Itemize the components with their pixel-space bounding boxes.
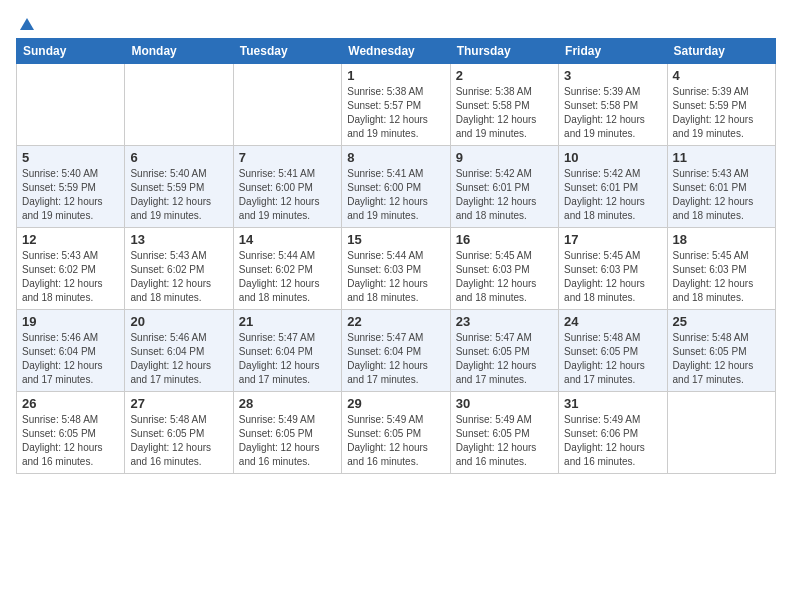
day-info: Sunrise: 5:43 AM Sunset: 6:01 PM Dayligh… xyxy=(673,167,770,223)
day-info: Sunrise: 5:39 AM Sunset: 5:59 PM Dayligh… xyxy=(673,85,770,141)
calendar-cell: 17Sunrise: 5:45 AM Sunset: 6:03 PM Dayli… xyxy=(559,228,667,310)
day-number: 22 xyxy=(347,314,444,329)
day-number: 7 xyxy=(239,150,336,165)
calendar-cell: 7Sunrise: 5:41 AM Sunset: 6:00 PM Daylig… xyxy=(233,146,341,228)
calendar-week-row: 26Sunrise: 5:48 AM Sunset: 6:05 PM Dayli… xyxy=(17,392,776,474)
page-header xyxy=(16,16,776,30)
day-number: 2 xyxy=(456,68,553,83)
calendar-cell: 1Sunrise: 5:38 AM Sunset: 5:57 PM Daylig… xyxy=(342,64,450,146)
day-info: Sunrise: 5:43 AM Sunset: 6:02 PM Dayligh… xyxy=(130,249,227,305)
calendar-cell: 6Sunrise: 5:40 AM Sunset: 5:59 PM Daylig… xyxy=(125,146,233,228)
day-number: 16 xyxy=(456,232,553,247)
day-number: 20 xyxy=(130,314,227,329)
day-number: 17 xyxy=(564,232,661,247)
day-info: Sunrise: 5:48 AM Sunset: 6:05 PM Dayligh… xyxy=(564,331,661,387)
day-info: Sunrise: 5:38 AM Sunset: 5:57 PM Dayligh… xyxy=(347,85,444,141)
calendar-header-friday: Friday xyxy=(559,39,667,64)
calendar-cell: 15Sunrise: 5:44 AM Sunset: 6:03 PM Dayli… xyxy=(342,228,450,310)
day-number: 11 xyxy=(673,150,770,165)
calendar-cell: 10Sunrise: 5:42 AM Sunset: 6:01 PM Dayli… xyxy=(559,146,667,228)
calendar-cell: 19Sunrise: 5:46 AM Sunset: 6:04 PM Dayli… xyxy=(17,310,125,392)
day-info: Sunrise: 5:49 AM Sunset: 6:05 PM Dayligh… xyxy=(456,413,553,469)
day-number: 10 xyxy=(564,150,661,165)
day-number: 13 xyxy=(130,232,227,247)
day-info: Sunrise: 5:45 AM Sunset: 6:03 PM Dayligh… xyxy=(673,249,770,305)
calendar-header-tuesday: Tuesday xyxy=(233,39,341,64)
svg-marker-0 xyxy=(20,18,34,30)
calendar-cell: 5Sunrise: 5:40 AM Sunset: 5:59 PM Daylig… xyxy=(17,146,125,228)
day-info: Sunrise: 5:41 AM Sunset: 6:00 PM Dayligh… xyxy=(347,167,444,223)
day-info: Sunrise: 5:45 AM Sunset: 6:03 PM Dayligh… xyxy=(456,249,553,305)
calendar-cell: 29Sunrise: 5:49 AM Sunset: 6:05 PM Dayli… xyxy=(342,392,450,474)
calendar-cell xyxy=(125,64,233,146)
day-number: 25 xyxy=(673,314,770,329)
day-number: 6 xyxy=(130,150,227,165)
calendar-header-monday: Monday xyxy=(125,39,233,64)
day-info: Sunrise: 5:40 AM Sunset: 5:59 PM Dayligh… xyxy=(130,167,227,223)
calendar-cell xyxy=(17,64,125,146)
day-info: Sunrise: 5:44 AM Sunset: 6:02 PM Dayligh… xyxy=(239,249,336,305)
day-info: Sunrise: 5:46 AM Sunset: 6:04 PM Dayligh… xyxy=(130,331,227,387)
day-info: Sunrise: 5:43 AM Sunset: 6:02 PM Dayligh… xyxy=(22,249,119,305)
calendar-cell: 22Sunrise: 5:47 AM Sunset: 6:04 PM Dayli… xyxy=(342,310,450,392)
day-info: Sunrise: 5:41 AM Sunset: 6:00 PM Dayligh… xyxy=(239,167,336,223)
day-info: Sunrise: 5:45 AM Sunset: 6:03 PM Dayligh… xyxy=(564,249,661,305)
calendar-week-row: 1Sunrise: 5:38 AM Sunset: 5:57 PM Daylig… xyxy=(17,64,776,146)
day-number: 3 xyxy=(564,68,661,83)
calendar-cell: 3Sunrise: 5:39 AM Sunset: 5:58 PM Daylig… xyxy=(559,64,667,146)
calendar-cell: 4Sunrise: 5:39 AM Sunset: 5:59 PM Daylig… xyxy=(667,64,775,146)
day-info: Sunrise: 5:48 AM Sunset: 6:05 PM Dayligh… xyxy=(130,413,227,469)
calendar-cell: 8Sunrise: 5:41 AM Sunset: 6:00 PM Daylig… xyxy=(342,146,450,228)
calendar-cell: 2Sunrise: 5:38 AM Sunset: 5:58 PM Daylig… xyxy=(450,64,558,146)
day-number: 27 xyxy=(130,396,227,411)
calendar-cell: 28Sunrise: 5:49 AM Sunset: 6:05 PM Dayli… xyxy=(233,392,341,474)
day-info: Sunrise: 5:44 AM Sunset: 6:03 PM Dayligh… xyxy=(347,249,444,305)
day-info: Sunrise: 5:38 AM Sunset: 5:58 PM Dayligh… xyxy=(456,85,553,141)
calendar-cell: 20Sunrise: 5:46 AM Sunset: 6:04 PM Dayli… xyxy=(125,310,233,392)
day-number: 24 xyxy=(564,314,661,329)
day-number: 15 xyxy=(347,232,444,247)
calendar-cell: 9Sunrise: 5:42 AM Sunset: 6:01 PM Daylig… xyxy=(450,146,558,228)
logo-icon xyxy=(18,16,36,34)
day-number: 18 xyxy=(673,232,770,247)
day-number: 19 xyxy=(22,314,119,329)
day-number: 9 xyxy=(456,150,553,165)
day-number: 4 xyxy=(673,68,770,83)
day-info: Sunrise: 5:49 AM Sunset: 6:05 PM Dayligh… xyxy=(239,413,336,469)
day-number: 1 xyxy=(347,68,444,83)
calendar-cell: 21Sunrise: 5:47 AM Sunset: 6:04 PM Dayli… xyxy=(233,310,341,392)
calendar-header-sunday: Sunday xyxy=(17,39,125,64)
calendar-cell: 27Sunrise: 5:48 AM Sunset: 6:05 PM Dayli… xyxy=(125,392,233,474)
day-info: Sunrise: 5:49 AM Sunset: 6:06 PM Dayligh… xyxy=(564,413,661,469)
calendar-table: SundayMondayTuesdayWednesdayThursdayFrid… xyxy=(16,38,776,474)
day-info: Sunrise: 5:47 AM Sunset: 6:04 PM Dayligh… xyxy=(347,331,444,387)
day-info: Sunrise: 5:48 AM Sunset: 6:05 PM Dayligh… xyxy=(673,331,770,387)
day-info: Sunrise: 5:49 AM Sunset: 6:05 PM Dayligh… xyxy=(347,413,444,469)
calendar-header-saturday: Saturday xyxy=(667,39,775,64)
day-info: Sunrise: 5:39 AM Sunset: 5:58 PM Dayligh… xyxy=(564,85,661,141)
day-info: Sunrise: 5:48 AM Sunset: 6:05 PM Dayligh… xyxy=(22,413,119,469)
day-info: Sunrise: 5:47 AM Sunset: 6:04 PM Dayligh… xyxy=(239,331,336,387)
calendar-week-row: 12Sunrise: 5:43 AM Sunset: 6:02 PM Dayli… xyxy=(17,228,776,310)
calendar-cell: 14Sunrise: 5:44 AM Sunset: 6:02 PM Dayli… xyxy=(233,228,341,310)
calendar-cell: 13Sunrise: 5:43 AM Sunset: 6:02 PM Dayli… xyxy=(125,228,233,310)
day-number: 12 xyxy=(22,232,119,247)
calendar-week-row: 19Sunrise: 5:46 AM Sunset: 6:04 PM Dayli… xyxy=(17,310,776,392)
calendar-header-thursday: Thursday xyxy=(450,39,558,64)
calendar-header-row: SundayMondayTuesdayWednesdayThursdayFrid… xyxy=(17,39,776,64)
calendar-cell: 25Sunrise: 5:48 AM Sunset: 6:05 PM Dayli… xyxy=(667,310,775,392)
calendar-cell: 11Sunrise: 5:43 AM Sunset: 6:01 PM Dayli… xyxy=(667,146,775,228)
day-number: 29 xyxy=(347,396,444,411)
day-info: Sunrise: 5:42 AM Sunset: 6:01 PM Dayligh… xyxy=(456,167,553,223)
day-number: 26 xyxy=(22,396,119,411)
calendar-cell: 24Sunrise: 5:48 AM Sunset: 6:05 PM Dayli… xyxy=(559,310,667,392)
calendar-cell: 12Sunrise: 5:43 AM Sunset: 6:02 PM Dayli… xyxy=(17,228,125,310)
calendar-cell: 23Sunrise: 5:47 AM Sunset: 6:05 PM Dayli… xyxy=(450,310,558,392)
calendar-cell: 18Sunrise: 5:45 AM Sunset: 6:03 PM Dayli… xyxy=(667,228,775,310)
day-number: 8 xyxy=(347,150,444,165)
logo xyxy=(16,16,36,30)
day-info: Sunrise: 5:47 AM Sunset: 6:05 PM Dayligh… xyxy=(456,331,553,387)
calendar-cell: 30Sunrise: 5:49 AM Sunset: 6:05 PM Dayli… xyxy=(450,392,558,474)
calendar-cell xyxy=(233,64,341,146)
day-info: Sunrise: 5:40 AM Sunset: 5:59 PM Dayligh… xyxy=(22,167,119,223)
